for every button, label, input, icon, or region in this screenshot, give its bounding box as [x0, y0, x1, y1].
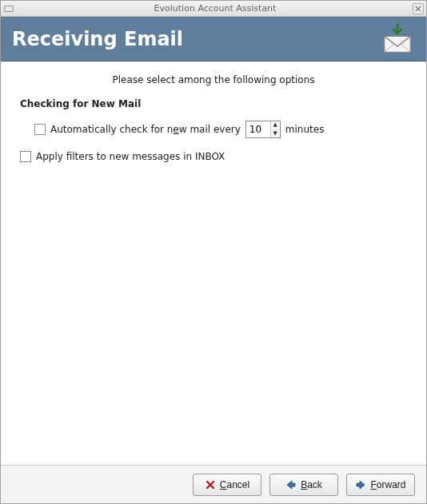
back-arrow-icon: [285, 479, 297, 490]
wizard-header: Receiving Email: [1, 17, 426, 62]
auto-check-checkbox[interactable]: [34, 124, 46, 135]
mail-receive-icon: [380, 23, 415, 55]
window-menu-icon[interactable]: [3, 3, 14, 14]
apply-filters-label: Apply filters to new messages in INBOX: [36, 151, 225, 162]
section-heading: Checking for New Mail: [20, 98, 407, 109]
content-area: Please select among the following option…: [1, 62, 426, 465]
window-title: Evolution Account Assistant: [18, 3, 413, 14]
titlebar: Evolution Account Assistant: [1, 1, 426, 17]
interval-spinner[interactable]: ▲ ▼: [245, 121, 281, 138]
assistant-window: Evolution Account Assistant Receiving Em…: [0, 0, 427, 504]
back-button[interactable]: Back: [269, 474, 338, 496]
auto-check-label-prefix: Automatically check for n: [50, 124, 173, 135]
close-icon[interactable]: [413, 3, 424, 14]
auto-check-label-suffix: w mail every: [179, 124, 241, 135]
svg-rect-0: [5, 6, 13, 11]
intro-text: Please select among the following option…: [20, 74, 407, 85]
auto-check-label: Automatically check for new mail every: [50, 124, 241, 135]
forward-button[interactable]: Forward: [346, 474, 415, 496]
apply-filters-row: Apply filters to new messages in INBOX: [20, 151, 407, 162]
auto-check-row: Automatically check for new mail every ▲…: [34, 121, 407, 138]
svg-marker-3: [357, 481, 365, 489]
button-bar: Cancel Back Forward: [1, 465, 426, 503]
cancel-button[interactable]: Cancel: [193, 474, 261, 496]
interval-unit: minutes: [285, 124, 325, 135]
cancel-icon: [205, 479, 216, 490]
back-label: Back: [301, 479, 322, 490]
spinner-buttons: ▲ ▼: [270, 121, 280, 137]
forward-arrow-icon: [355, 479, 366, 490]
cancel-label: Cancel: [220, 479, 249, 490]
svg-marker-2: [287, 481, 295, 489]
page-title: Receiving Email: [12, 28, 380, 50]
spinner-up-button[interactable]: ▲: [271, 121, 280, 130]
spinner-down-button[interactable]: ▼: [271, 130, 280, 138]
interval-input[interactable]: [246, 121, 270, 137]
auto-check-label-mnemonic: e: [173, 124, 178, 135]
apply-filters-checkbox[interactable]: [20, 151, 31, 162]
forward-label: Forward: [370, 479, 405, 490]
